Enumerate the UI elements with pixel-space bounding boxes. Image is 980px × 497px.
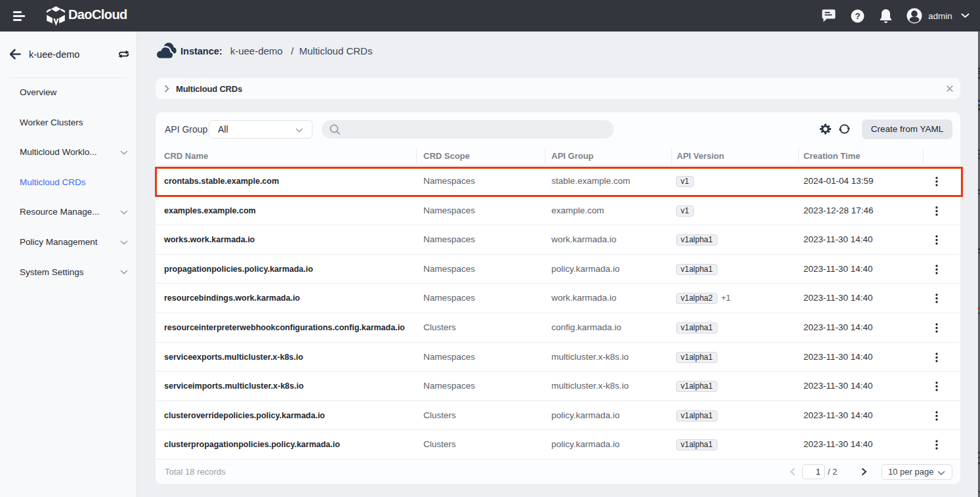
svg-text:?: ? — [855, 11, 860, 21]
